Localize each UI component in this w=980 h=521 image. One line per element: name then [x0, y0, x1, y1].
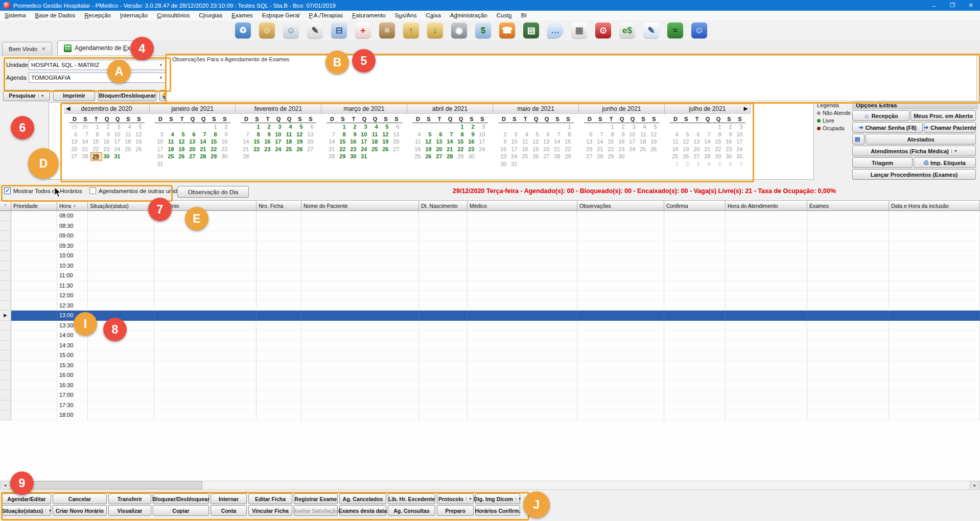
calendar-day[interactable]: 14	[327, 138, 338, 146]
calendar-day[interactable]: 19	[177, 146, 188, 153]
calendar-day[interactable]: 22	[91, 146, 102, 153]
calendar-day[interactable]: 17	[155, 146, 166, 153]
menu-item-p-a-terapias[interactable]: P.A./Terapias	[304, 11, 347, 20]
calendar-day[interactable]: 4	[413, 131, 424, 138]
calendar-day[interactable]: 5	[713, 160, 724, 168]
calendar-day[interactable]: 17	[477, 138, 488, 146]
calendar-day[interactable]: 28	[327, 153, 338, 160]
calendar-day[interactable]: 22	[252, 146, 263, 153]
schedule-row-15-00[interactable]: 15:00	[0, 350, 980, 361]
scroll-left-icon[interactable]: ◄	[1, 481, 10, 489]
schedule-row-12-30[interactable]: 12:30	[0, 301, 980, 311]
column-header-observacoes[interactable]: Observações	[577, 201, 664, 211]
calendar-day[interactable]: 11	[123, 131, 134, 138]
column-header-situacao-status[interactable]: Situação(status)	[88, 201, 154, 211]
calendar-day[interactable]: 17	[359, 138, 370, 146]
chamar-senha-f8-button[interactable]: ➔Chamar Senha (F8)	[852, 122, 923, 133]
calendar-day[interactable]: 9	[220, 131, 230, 138]
calendar-day[interactable]: 15	[91, 138, 102, 146]
calendar-day[interactable]: 6	[391, 123, 402, 131]
column-header-prioridade[interactable]: Prioridade	[11, 201, 57, 211]
calendar-day[interactable]: 12	[649, 131, 660, 138]
calendar-day[interactable]: 26	[295, 146, 306, 153]
calendar-day[interactable]: 6	[69, 131, 80, 138]
column-header-data-e-hora-da-inclusao[interactable]: Data e Hora da inclusão	[889, 201, 980, 211]
calendar-day[interactable]: 3	[155, 131, 166, 138]
registrar-exame-button[interactable]: Registrar Exame	[294, 493, 338, 504]
calendar-day[interactable]: 10	[359, 131, 370, 138]
calendar-day[interactable]: 6	[306, 123, 316, 131]
calendar-day[interactable]: 28	[445, 153, 456, 160]
lib-hr-excedente-button[interactable]: Lib. Hr. Excedente	[388, 493, 435, 504]
calendar-day[interactable]: 2	[681, 160, 692, 168]
calendar-day[interactable]: 4	[670, 131, 681, 138]
calendar-day[interactable]: 21	[241, 146, 252, 153]
calendar-day[interactable]: 24	[112, 146, 123, 153]
calendar-day[interactable]: 12	[134, 131, 145, 138]
safe-icon[interactable]: ◉	[451, 22, 467, 38]
calendar-day[interactable]: 23	[220, 146, 230, 153]
menu-item-consultorios[interactable]: Consultórios	[152, 11, 194, 20]
calendar-day[interactable]: 29	[338, 153, 348, 160]
calendar-day[interactable]: 2	[220, 123, 230, 131]
report-form-icon[interactable]: ▦	[571, 22, 587, 38]
calendar-day[interactable]: 2	[348, 123, 359, 131]
calendar-day[interactable]: 25	[284, 146, 295, 153]
calendar-day[interactable]: 28	[198, 153, 209, 160]
column-header-convenio[interactable]: Convênio	[154, 201, 256, 211]
calendar-day[interactable]: 24	[359, 146, 370, 153]
calendar-day[interactable]: 16	[102, 138, 112, 146]
menu-item-estoque-geral[interactable]: Estoque Geral	[258, 11, 305, 20]
calendar-day[interactable]: 6	[542, 131, 552, 138]
calendar-day[interactable]: 16	[617, 138, 627, 146]
calendar-day[interactable]: 13	[434, 138, 445, 146]
calendar-day[interactable]: 3	[359, 123, 370, 131]
calendar-day[interactable]: 28	[80, 153, 91, 160]
calendar-day[interactable]: 26	[177, 153, 188, 160]
calendar-day[interactable]: 8	[456, 131, 466, 138]
calendar-day[interactable]: 15	[209, 138, 220, 146]
calendar-day[interactable]: 10	[112, 131, 123, 138]
calendar-day[interactable]: 29	[713, 153, 724, 160]
calendar-day[interactable]: 8	[606, 131, 617, 138]
calendar-day[interactable]: 1	[252, 123, 263, 131]
column-header-item[interactable]: *	[0, 201, 11, 211]
menu-item-sistema[interactable]: Sistema	[0, 11, 31, 20]
calendar-day[interactable]: 7	[241, 131, 252, 138]
calendar-day[interactable]: 1	[606, 123, 617, 131]
calendar-day[interactable]: 10	[735, 131, 745, 138]
maximize-button[interactable]: ❐	[943, 0, 962, 11]
calendar-day[interactable]: 9	[466, 131, 477, 138]
horizontal-scrollbar[interactable]: ◄ ►	[0, 481, 980, 490]
patients-sync-icon[interactable]: ♻	[235, 22, 251, 38]
calendar-day[interactable]: 24	[155, 153, 166, 160]
calendar-day[interactable]: 12	[177, 138, 188, 146]
calendar-day[interactable]: 8	[209, 131, 220, 138]
calendar-day[interactable]: 27	[434, 153, 445, 160]
calendar-day[interactable]: 14	[198, 138, 209, 146]
menu-item-sus-ans[interactable]: Sus/Ans	[390, 11, 422, 20]
calendar-day[interactable]: 16	[263, 138, 273, 146]
transferir-button[interactable]: Transferir	[108, 493, 151, 504]
menu-item-caixa[interactable]: Caixa	[421, 11, 445, 20]
calendar-day[interactable]: 5	[381, 123, 391, 131]
calendar-day[interactable]: 3	[509, 131, 520, 138]
calendar-day[interactable]: 2	[724, 123, 735, 131]
calendar-day[interactable]: 17	[509, 146, 520, 153]
calendar-day[interactable]: 5	[649, 123, 660, 131]
atestados-button[interactable]: Atestados	[866, 134, 976, 145]
ecg-book-icon[interactable]: ≈	[667, 22, 683, 38]
calendar-day[interactable]: 7	[80, 131, 91, 138]
calendar-day[interactable]: 12	[381, 131, 391, 138]
preparo-button[interactable]: Preparo	[437, 505, 474, 516]
prescription-icon[interactable]: ✎	[307, 22, 323, 38]
calendar-day[interactable]: 18	[284, 138, 295, 146]
calendar-day[interactable]: 23	[466, 146, 477, 153]
calendar-day[interactable]: 1	[670, 160, 681, 168]
calendar-day[interactable]: 29	[91, 153, 102, 160]
calendar-day[interactable]: 10	[627, 131, 638, 138]
calendar-day[interactable]: 14	[595, 138, 606, 146]
calendar-day[interactable]: 26	[134, 146, 145, 153]
calendar-day[interactable]: 16	[499, 146, 509, 153]
menu-item-cirurgias[interactable]: Cirurgias	[194, 11, 227, 20]
